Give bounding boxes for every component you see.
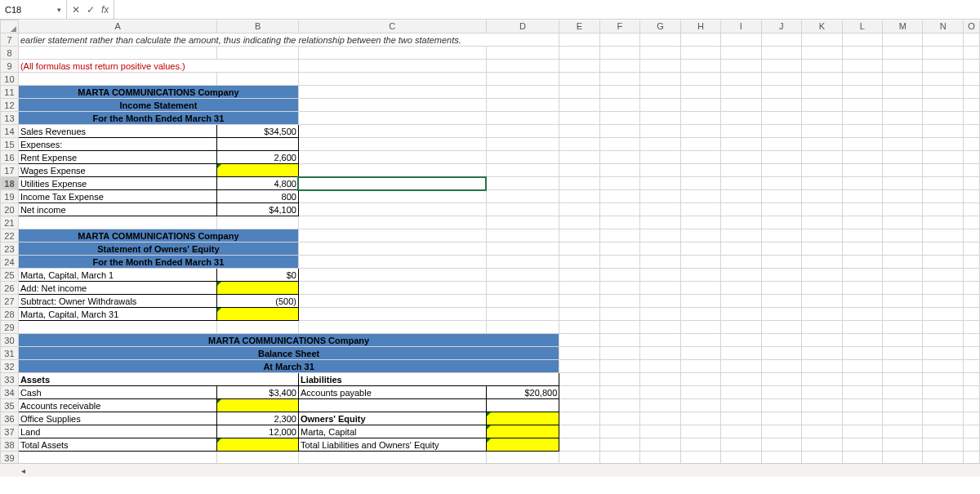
- row-header-8[interactable]: 8: [1, 47, 19, 60]
- cell-C37[interactable]: Marta, Capital: [298, 425, 486, 438]
- cell-A15[interactable]: Expenses:: [18, 138, 216, 151]
- row-header-9[interactable]: 9: [1, 60, 19, 73]
- cell-A17[interactable]: Wages Expense: [18, 164, 216, 177]
- cell-A22[interactable]: MARTA COMMUNICATIONS Company: [18, 229, 298, 243]
- cell-A14[interactable]: Sales Revenues: [18, 125, 216, 138]
- cancel-icon[interactable]: ✕: [72, 4, 80, 16]
- chevron-down-icon[interactable]: ▾: [57, 6, 61, 14]
- cell-B28[interactable]: [217, 308, 299, 321]
- name-box[interactable]: C18 ▾: [0, 0, 67, 19]
- cell-A36[interactable]: Office Supplies: [18, 412, 216, 425]
- col-header-B[interactable]: B: [217, 20, 299, 33]
- cell-D38[interactable]: [486, 438, 559, 452]
- col-header-K[interactable]: K: [802, 20, 842, 33]
- cell-B38[interactable]: [217, 438, 299, 452]
- row-header-18[interactable]: 18: [1, 177, 19, 190]
- cell-B25[interactable]: $0: [217, 269, 299, 282]
- cell-D34[interactable]: $20,800: [486, 386, 559, 399]
- cell-A18[interactable]: Utilities Expense: [18, 177, 216, 190]
- cell-A25[interactable]: Marta, Capital, March 1: [18, 269, 216, 282]
- cell-A20[interactable]: Net income: [18, 203, 216, 216]
- scroll-left-icon[interactable]: ◂: [18, 466, 29, 475]
- row-header-23[interactable]: 23: [1, 243, 19, 256]
- cell-A31[interactable]: Balance Sheet: [18, 347, 559, 360]
- row-header-26[interactable]: 26: [1, 282, 19, 295]
- row-header-14[interactable]: 14: [1, 125, 19, 138]
- cell-B17[interactable]: [217, 164, 299, 177]
- row-header-11[interactable]: 11: [1, 86, 19, 99]
- row-header-35[interactable]: 35: [1, 399, 19, 412]
- row-header-7[interactable]: 7: [1, 33, 19, 47]
- col-header-A[interactable]: A: [18, 20, 216, 33]
- cell-B18[interactable]: 4,800: [217, 177, 299, 190]
- cell-A23[interactable]: Statement of Owners' Equity: [18, 243, 298, 256]
- col-header-H[interactable]: H: [680, 20, 720, 33]
- confirm-icon[interactable]: ✓: [87, 4, 95, 16]
- cell-B35[interactable]: [217, 399, 299, 412]
- cell-B14[interactable]: $34,500: [217, 125, 299, 138]
- cell-B26[interactable]: [217, 282, 299, 295]
- cell-A32[interactable]: At March 31: [18, 360, 559, 373]
- cell-A35[interactable]: Accounts receivable: [18, 399, 216, 412]
- row-header-34[interactable]: 34: [1, 386, 19, 399]
- cell-C36[interactable]: Owners' Equity: [298, 412, 486, 425]
- row-header-30[interactable]: 30: [1, 334, 19, 347]
- col-header-N[interactable]: N: [923, 20, 963, 33]
- col-header-D[interactable]: D: [486, 20, 559, 33]
- row-header-22[interactable]: 22: [1, 229, 19, 243]
- row-header-17[interactable]: 17: [1, 164, 19, 177]
- cell-A27[interactable]: Subtract: Owner Withdrawals: [18, 295, 216, 308]
- row-header-12[interactable]: 12: [1, 99, 19, 112]
- cell-C34[interactable]: Accounts payable: [298, 386, 486, 399]
- select-all-corner[interactable]: ◢: [1, 20, 19, 33]
- cell-A7[interactable]: earlier statement rather than calculate …: [18, 33, 559, 47]
- cell-C38[interactable]: Total Liabilities and Owners' Equity: [298, 438, 486, 452]
- cell-A37[interactable]: Land: [18, 425, 216, 438]
- fx-icon[interactable]: fx: [101, 4, 109, 16]
- cell-A19[interactable]: Income Tax Expense: [18, 190, 216, 203]
- row-header-20[interactable]: 20: [1, 203, 19, 216]
- row-header-19[interactable]: 19: [1, 190, 19, 203]
- row-header-16[interactable]: 16: [1, 151, 19, 164]
- row-header-33[interactable]: 33: [1, 373, 19, 386]
- cell-A9[interactable]: (All formulas must return positive value…: [18, 60, 298, 73]
- cell-B20[interactable]: $4,100: [217, 203, 299, 216]
- cell-C18[interactable]: [298, 177, 486, 190]
- col-header-J[interactable]: J: [761, 20, 801, 33]
- row-header-27[interactable]: 27: [1, 295, 19, 308]
- row-header-10[interactable]: 10: [1, 73, 19, 86]
- row-header-25[interactable]: 25: [1, 269, 19, 282]
- cell-B34[interactable]: $3,400: [217, 386, 299, 399]
- cell-A30[interactable]: MARTA COMMUNICATIONS Company: [18, 334, 559, 347]
- cell-A11[interactable]: MARTA COMMUNICATIONS Company: [18, 86, 298, 99]
- row-header-36[interactable]: 36: [1, 412, 19, 425]
- row-header-32[interactable]: 32: [1, 360, 19, 373]
- row-header-37[interactable]: 37: [1, 425, 19, 438]
- row-header-28[interactable]: 28: [1, 308, 19, 321]
- col-header-L[interactable]: L: [842, 20, 882, 33]
- col-header-G[interactable]: G: [640, 20, 681, 33]
- row-header-15[interactable]: 15: [1, 138, 19, 151]
- cell-B27[interactable]: (500): [217, 295, 299, 308]
- row-header-31[interactable]: 31: [1, 347, 19, 360]
- cell-C33[interactable]: Liabilities: [298, 373, 559, 386]
- cell-A28[interactable]: Marta, Capital, March 31: [18, 308, 216, 321]
- cell-D36[interactable]: [486, 412, 559, 425]
- cell-A33[interactable]: Assets: [18, 373, 298, 386]
- col-header-O[interactable]: O: [963, 20, 979, 33]
- cell-A12[interactable]: Income Statement: [18, 99, 298, 112]
- row-header-38[interactable]: 38: [1, 438, 19, 452]
- cell-A16[interactable]: Rent Expense: [18, 151, 216, 164]
- col-header-I[interactable]: I: [721, 20, 761, 33]
- col-header-M[interactable]: M: [882, 20, 923, 33]
- col-header-E[interactable]: E: [559, 20, 599, 33]
- row-header-21[interactable]: 21: [1, 216, 19, 229]
- row-header-29[interactable]: 29: [1, 321, 19, 334]
- col-header-F[interactable]: F: [599, 20, 639, 33]
- cell-D37[interactable]: [486, 425, 559, 438]
- cell-A38[interactable]: Total Assets: [18, 438, 216, 452]
- cell-B19[interactable]: 800: [217, 190, 299, 203]
- cell-B36[interactable]: 2,300: [217, 412, 299, 425]
- cell-A26[interactable]: Add: Net income: [18, 282, 216, 295]
- col-header-C[interactable]: C: [298, 20, 486, 33]
